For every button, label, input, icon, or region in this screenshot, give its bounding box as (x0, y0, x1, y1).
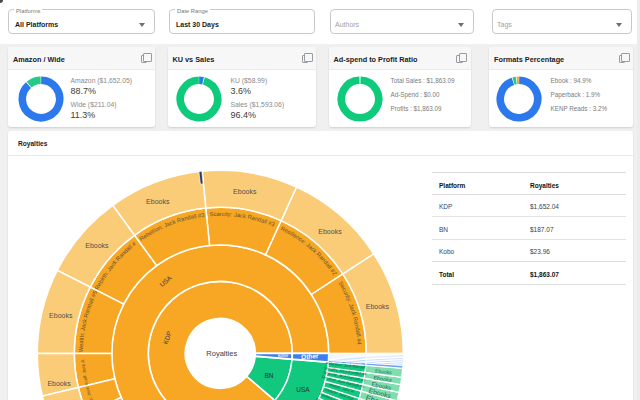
svg-text:Ebooks: Ebooks (318, 228, 342, 235)
svg-text:Ebooks: Ebooks (47, 380, 71, 387)
svg-text:Ebooks: Ebooks (366, 303, 390, 310)
svg-text:Ebooks: Ebooks (85, 242, 109, 249)
svg-text:BN: BN (264, 372, 273, 379)
svg-text:Ebooks: Ebooks (146, 198, 170, 205)
svg-text:Kobo: Kobo (278, 353, 289, 358)
svg-text:Ebooks: Ebooks (49, 312, 73, 319)
svg-text:USA: USA (296, 386, 310, 393)
svg-text:Other: Other (301, 352, 319, 360)
svg-text:Ebooks: Ebooks (233, 188, 257, 195)
svg-text:Royalties: Royalties (206, 349, 237, 358)
